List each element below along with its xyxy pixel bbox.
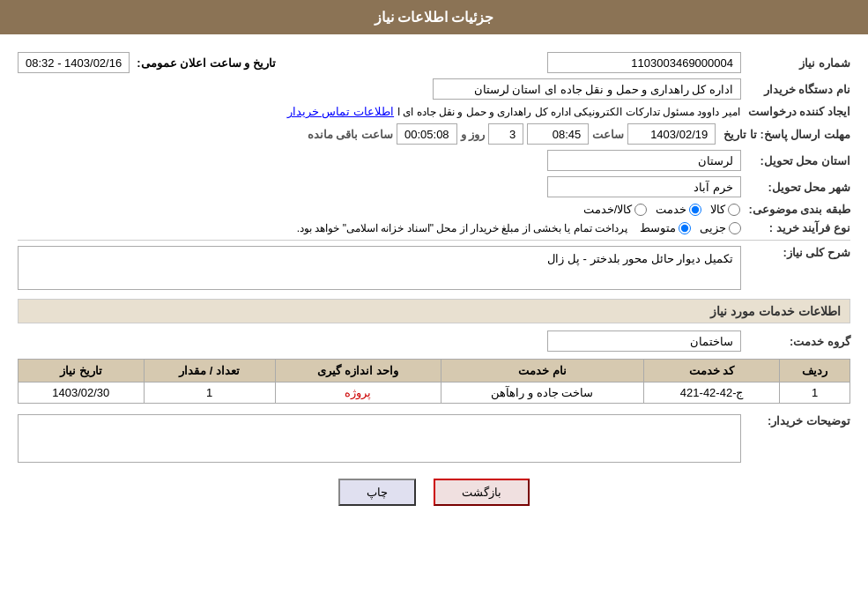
city-value: خرم آباد — [547, 176, 741, 197]
deadline-date-value: 1403/02/19 — [627, 123, 716, 145]
cell-qty: 1 — [144, 382, 275, 404]
province-value: لرستان — [547, 150, 741, 171]
category-label: طبقه بندی موضوعی: — [744, 203, 850, 216]
creator-label: ایجاد کننده درخواست — [744, 105, 850, 118]
buyer-value: اداره کل راهداری و حمل و نقل جاده ای است… — [433, 78, 741, 100]
buyer-label: نام دستگاه خریدار — [745, 83, 850, 96]
services-table: ردیف کد خدمت نام خدمت واحد اندازه گیری ت… — [18, 359, 850, 404]
description-value: تکمیل دیوار حائل محور بلدختر - پل زال — [18, 246, 741, 290]
category-radio-kala[interactable] — [728, 204, 740, 216]
purchase-radio-motavasset[interactable] — [679, 222, 691, 234]
creator-contact-link[interactable]: اطلاعات تماس خریدار — [287, 105, 394, 118]
deadline-day-label: روز و — [461, 128, 486, 141]
purchase-label-motavasset: متوسط — [640, 221, 676, 234]
announce-label: تاریخ و ساعت اعلان عمومی: — [137, 56, 276, 70]
countdown-value: 00:05:08 — [397, 123, 457, 145]
purchase-option-motavasset[interactable]: متوسط — [640, 221, 691, 234]
back-button[interactable]: بازگشت — [434, 479, 530, 506]
category-label-kala-khedmat: کالا/خدمت — [583, 203, 633, 216]
cell-name: ساخت جاده و راهآهن — [441, 382, 644, 404]
deadline-label: مهلت ارسال پاسخ: تا تاریخ — [719, 128, 850, 141]
page-title: جزئیات اطلاعات نیاز — [0, 0, 868, 34]
col-code: کد خدمت — [644, 360, 780, 382]
announce-value: 1403/02/16 - 08:32 — [18, 52, 130, 73]
purchase-label-jozi: جزیی — [700, 221, 726, 234]
group-service-value: ساختمان — [547, 330, 741, 352]
col-name: نام خدمت — [441, 360, 644, 382]
deadline-time-label: ساعت — [592, 128, 624, 141]
buyer-notes-textarea[interactable] — [18, 414, 741, 463]
purchase-type-label: نوع فرآیند خرید : — [745, 221, 850, 234]
services-section-title: اطلاعات خدمات مورد نیاز — [18, 299, 850, 323]
category-option-kala-khedmat[interactable]: کالا/خدمت — [583, 203, 648, 216]
category-radio-khedmat[interactable] — [689, 204, 701, 216]
print-button[interactable]: چاپ — [338, 479, 416, 506]
category-option-kala[interactable]: کالا — [710, 203, 740, 216]
buttons-row: بازگشت چاپ — [18, 479, 850, 506]
purchase-note: پرداخت تمام یا بخشی از مبلغ خریدار از مح… — [297, 222, 627, 234]
cell-code: ج-42-42-421 — [644, 382, 780, 404]
deadline-days-value: 3 — [488, 123, 523, 145]
category-radio-group: کالا خدمت کالا/خدمت — [583, 203, 741, 216]
cell-date: 1403/02/30 — [19, 382, 145, 404]
col-date: تاریخ نیاز — [19, 360, 145, 382]
cell-unit: پروژه — [275, 382, 441, 404]
buyer-notes-label: توضیحات خریدار: — [745, 414, 850, 427]
category-label-kala: کالا — [710, 203, 725, 216]
deadline-time-value: 08:45 — [527, 123, 589, 145]
request-number-label: شماره نیاز — [745, 56, 850, 70]
table-row: 1 ج-42-42-421 ساخت جاده و راهآهن پروژه 1… — [19, 382, 850, 404]
category-label-khedmat: خدمت — [656, 203, 686, 216]
province-label: استان محل تحویل: — [745, 154, 850, 167]
category-option-khedmat[interactable]: خدمت — [656, 203, 701, 216]
col-qty: تعداد / مقدار — [144, 360, 275, 382]
purchase-radio-jozi[interactable] — [729, 222, 741, 234]
divider-1 — [18, 240, 850, 241]
col-unit: واحد اندازه گیری — [275, 360, 441, 382]
group-service-label: گروه خدمت: — [745, 335, 850, 348]
creator-name: امیر داوود مسئول تدارکات الکترونیکی ادار… — [397, 106, 740, 118]
countdown-label: ساعت باقی مانده — [308, 128, 393, 141]
purchase-option-jozi[interactable]: جزیی — [700, 221, 741, 234]
purchase-radio-group: جزیی متوسط — [640, 221, 741, 234]
col-row: ردیف — [780, 360, 850, 382]
city-label: شهر محل تحویل: — [745, 181, 850, 194]
cell-row: 1 — [780, 382, 850, 404]
category-radio-kala-khedmat[interactable] — [634, 204, 647, 216]
request-number-value: 1103003469000004 — [547, 52, 741, 73]
description-label: شرح کلی نیاز: — [745, 246, 850, 259]
